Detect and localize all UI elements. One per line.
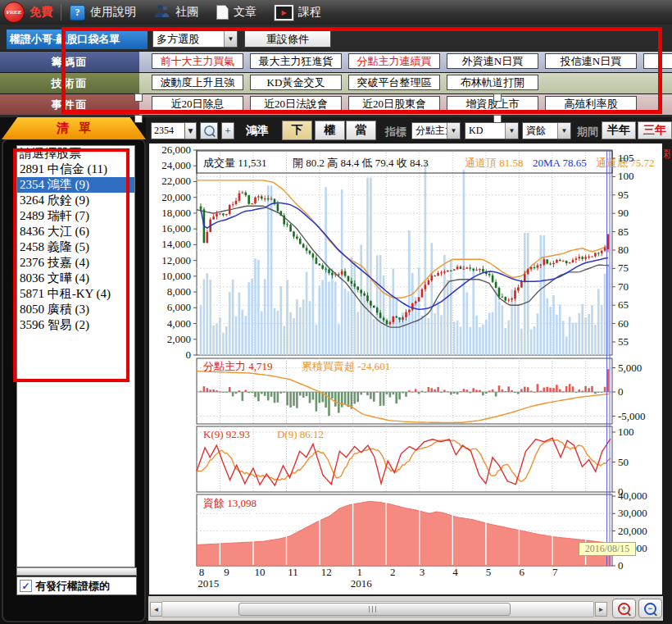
splitter-handle[interactable] (134, 93, 143, 102)
svg-text:4: 4 (452, 566, 458, 578)
list-item[interactable]: 2376 技嘉 (4) (17, 255, 134, 271)
reset-conditions-button[interactable]: 重設條件 (244, 30, 331, 48)
chevron-down-icon[interactable]: ▼ (505, 123, 518, 139)
warrant-checkbox[interactable]: ✓ (20, 580, 32, 592)
svg-text:6,000: 6,000 (167, 301, 191, 313)
svg-text:40,000: 40,000 (618, 490, 647, 502)
svg-text:0: 0 (618, 385, 624, 398)
period-three-year[interactable]: 三年 (638, 121, 672, 139)
zoom-out-button[interactable]: − (638, 599, 662, 618)
filter-button[interactable]: 前十大主力買氣 (152, 53, 243, 69)
svg-text:成交量 11,531: 成交量 11,531 (203, 157, 267, 169)
svg-text:K(9) 92.93: K(9) 92.93 (203, 428, 250, 440)
list-item[interactable]: 2458 義隆 (5) (17, 239, 134, 255)
indicator-select-3[interactable]: 資餘 ▼ (522, 122, 571, 139)
events-row-label: 事件面 (0, 94, 139, 115)
indicator-select-2-value: KD (469, 125, 483, 136)
stock-list: 請選擇股票2891 中信金 (11)2354 鴻準 (9)3264 欣銓 (9)… (16, 145, 135, 567)
svg-text:26,000: 26,000 (161, 143, 191, 156)
svg-text:75: 75 (618, 262, 629, 274)
filter-button[interactable]: KD黃金交叉 (250, 75, 342, 90)
svg-text:100: 100 (618, 426, 634, 438)
chevron-down-icon[interactable]: ▼ (224, 31, 237, 47)
people-icon (154, 4, 170, 20)
list-item[interactable]: 請選擇股票 (17, 146, 134, 162)
tab-warrant[interactable]: 權 (315, 121, 345, 140)
svg-text:0: 0 (618, 559, 624, 572)
svg-text:20,000: 20,000 (161, 191, 191, 203)
stock-chart: 成交量 11,531開 80.2 高 84.4 低 79.4 收 84.3通道頂… (149, 143, 662, 594)
filter-button[interactable]: 外資連 (643, 53, 672, 69)
list-item[interactable]: 8436 大江 (6) (17, 224, 134, 239)
screening-header-row: 權證小哥-飆股口袋名單 多方選股 ▼ 重設條件 (0, 30, 672, 49)
zoom-in-icon: + (618, 603, 630, 615)
svg-text:5: 5 (486, 566, 492, 578)
list-item[interactable]: 8036 文曄 (4) (17, 271, 134, 286)
indicator-select-1[interactable]: 分點主力 ▼ (411, 122, 461, 139)
filter-button[interactable]: 高殖利率股 (545, 96, 637, 112)
filter-button[interactable]: 布林軌道打開 (447, 75, 538, 90)
events-row: 事件面 近20日除息近20日法說會近20日股東會增資股上市高殖利率股 (0, 93, 672, 115)
list-tab[interactable]: 清單 (2, 117, 146, 139)
tab-intraday[interactable]: 當 (346, 121, 376, 140)
symbol-dropdown-arrow[interactable]: ▼ (184, 122, 197, 139)
app-window: FREE 免費 ? 使用說明 社團 文章 ▶ 課程 權證小哥-飆股口袋名單 多方… (0, 0, 672, 624)
indicator-label: 指標 (385, 125, 406, 139)
filter-button[interactable]: 突破平台整理區 (348, 75, 440, 90)
courses-menu[interactable]: ▶ 課程 (275, 5, 321, 20)
svg-text:60: 60 (618, 317, 629, 330)
zoom-in-button[interactable]: + (612, 599, 636, 618)
free-menu[interactable]: 免費 (30, 5, 52, 20)
filter-button[interactable]: 最大主力狂進貨 (250, 53, 342, 69)
filter-button[interactable]: 近20日除息 (152, 96, 243, 112)
scrollbar-thumb[interactable] (238, 603, 511, 616)
list-item[interactable]: 2891 中信金 (11) (17, 162, 134, 177)
community-menu[interactable]: 社團 (154, 4, 198, 20)
splitter-handle[interactable] (493, 115, 502, 123)
filter-button[interactable]: 波動度上升且強 (152, 75, 243, 90)
period-half-year[interactable]: 半年 (602, 121, 636, 139)
svg-text:16,000: 16,000 (161, 222, 191, 235)
filter-button[interactable]: 近20日法說會 (250, 96, 342, 112)
indicator-select-2[interactable]: KD ▼ (465, 122, 519, 139)
indicator-select-3-value: 資餘 (526, 125, 546, 136)
period-label: 期間 (577, 125, 598, 139)
articles-menu[interactable]: 文章 (216, 5, 257, 20)
mode-select[interactable]: 多方選股 ▼ (152, 30, 238, 48)
svg-text:2016: 2016 (351, 577, 373, 590)
add-symbol-button[interactable]: + (221, 122, 234, 139)
symbol-search-button[interactable] (200, 122, 218, 139)
splitter-handle[interactable] (493, 93, 502, 102)
chevron-down-icon[interactable]: ▼ (447, 123, 460, 139)
scroll-right-arrow[interactable]: ► (595, 602, 607, 617)
svg-text:2,000: 2,000 (167, 333, 191, 345)
filter-button[interactable]: 分點主力連續買 (348, 53, 440, 69)
svg-text:55: 55 (618, 335, 629, 348)
symbol-input[interactable] (151, 122, 188, 139)
svg-text:累積買賣超 -24,601: 累積買賣超 -24,601 (302, 360, 390, 372)
list-item[interactable]: 3264 欣銓 (9) (17, 193, 134, 208)
svg-text:7: 7 (552, 566, 558, 578)
svg-text:100: 100 (618, 170, 634, 182)
filter-button[interactable]: 近20日股東會 (348, 96, 440, 112)
svg-text:105: 105 (618, 152, 634, 164)
svg-text:20MA 78.65: 20MA 78.65 (533, 157, 587, 169)
scroll-left-arrow[interactable]: ◄ (150, 602, 162, 617)
filter-button[interactable]: 增資股上市 (447, 96, 538, 112)
technical-row-label: 技術面 (0, 73, 139, 93)
list-item[interactable]: 3596 智易 (2) (17, 317, 134, 333)
list-item[interactable]: 5871 中租-KY (4) (17, 286, 134, 302)
list-item[interactable]: 8050 廣積 (3) (17, 302, 134, 317)
mode-select-value: 多方選股 (157, 33, 199, 45)
list-horizontal-scrollbar[interactable] (16, 567, 137, 576)
chevron-down-icon[interactable]: ▼ (557, 123, 570, 139)
tab-down[interactable]: 下 (282, 121, 312, 140)
svg-text:3: 3 (420, 566, 425, 578)
splitter-handle[interactable] (134, 115, 143, 123)
scrollbar-track[interactable] (161, 601, 594, 617)
list-item[interactable]: 2354 鴻準 (9) (17, 177, 134, 193)
help-menu[interactable]: ? 使用說明 (70, 5, 136, 20)
filter-button[interactable]: 外資連N日買 (447, 53, 538, 69)
filter-button[interactable]: 投信連N日買 (545, 53, 637, 69)
list-item[interactable]: 2489 瑞軒 (7) (17, 208, 134, 224)
